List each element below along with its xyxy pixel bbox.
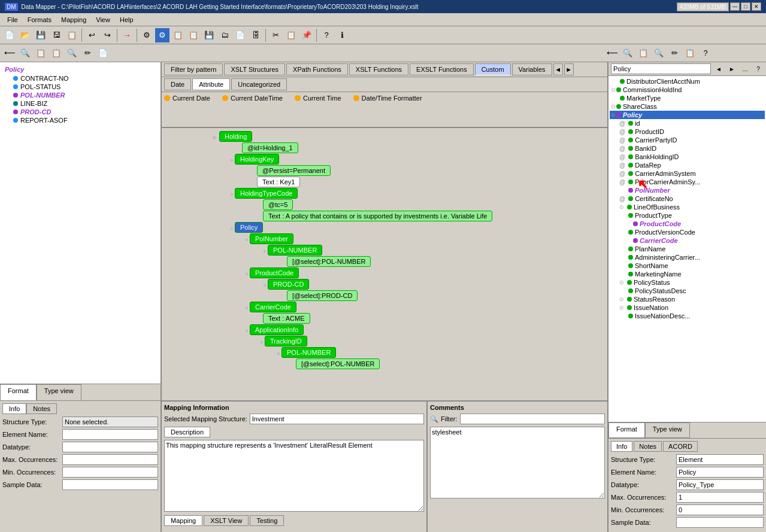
- right-field-structure-type[interactable]: [676, 454, 764, 465]
- right-tb-help[interactable]: ?: [698, 46, 713, 60]
- menu-file[interactable]: File: [2, 15, 23, 25]
- right-item-bankholdingid[interactable]: @ BankHoldingID: [610, 153, 765, 161]
- minimize-button[interactable]: —: [730, 2, 740, 11]
- close-button[interactable]: ✕: [752, 2, 761, 11]
- right-item-marketingname[interactable]: MarketingName: [610, 270, 765, 278]
- right-tab-typeview[interactable]: Type view: [645, 422, 690, 438]
- node-tc5[interactable]: @tc=5: [263, 199, 605, 210]
- toolbar-btn7[interactable]: 📄: [233, 28, 247, 42]
- toolbar-paste[interactable]: 📌: [299, 28, 314, 42]
- node-select-prod-cd[interactable]: [@select]:PROD-CD: [287, 290, 605, 301]
- left-info-tab-info[interactable]: Info: [2, 403, 26, 414]
- node-box-policy-desc[interactable]: Text : A policy that contains or is supp…: [263, 211, 492, 221]
- menu-help[interactable]: Help: [115, 15, 138, 25]
- right-filter-btn2[interactable]: ►: [726, 63, 737, 74]
- tab-xpath-functions[interactable]: XPath Functions: [286, 63, 348, 75]
- node-polnumber[interactable]: ⬦ PolNumber: [245, 233, 605, 244]
- right-filter-btn3[interactable]: …: [740, 63, 750, 74]
- tree-item-pol-status[interactable]: POL-STATUS: [12, 83, 158, 91]
- tab-variables[interactable]: Variables: [512, 63, 552, 75]
- right-item-carriercode-r[interactable]: CarrierCode: [610, 236, 765, 245]
- right-item-shareclass[interactable]: ⊙ ShareClass: [610, 102, 765, 111]
- right-item-id[interactable]: @ id: [610, 119, 765, 127]
- toolbar-btn6[interactable]: 🗂: [217, 28, 232, 42]
- node-holding[interactable]: ⬦ Holding: [212, 131, 605, 142]
- node-trackingid[interactable]: ⬦ TrackingID: [260, 336, 605, 346]
- func-item-current-date[interactable]: Current Date: [164, 95, 210, 102]
- sec-tb-btn7[interactable]: 📄: [96, 46, 110, 60]
- right-item-carrierpartyid[interactable]: @ CarrierPartyID: [610, 136, 765, 144]
- node-carriercode[interactable]: ⬦ CarrierCode: [245, 302, 605, 312]
- right-field-element-name[interactable]: [676, 467, 764, 478]
- func-item-datetime-formatter[interactable]: Date/Time Formatter: [353, 95, 422, 102]
- tab-xslt-structures[interactable]: XSLT Structures: [224, 63, 285, 75]
- tree-item-pol-number[interactable]: POL-NUMBER: [12, 91, 158, 99]
- right-tb-btn3[interactable]: 📋: [636, 46, 650, 60]
- toolbar-help[interactable]: ?: [319, 28, 334, 42]
- mapping-scroll-area[interactable]: ⬦ Holding @id=Holding_1 ⬦ HoldingKey @Pe…: [162, 128, 607, 400]
- right-item-productcode-r[interactable]: ProductCode: [610, 220, 765, 228]
- right-item-producttype[interactable]: ProductType: [610, 211, 765, 220]
- node-productcode[interactable]: ⬦ ProductCode: [245, 267, 605, 278]
- toolbar-info[interactable]: ℹ: [335, 28, 349, 42]
- maximize-button[interactable]: □: [741, 2, 750, 11]
- node-box-trackingid[interactable]: TrackingID: [265, 336, 307, 346]
- node-box-holdingtypecode[interactable]: HoldingTypeCode: [235, 188, 298, 199]
- field-element-name[interactable]: [62, 429, 158, 440]
- sec-tb-btn3[interactable]: 📋: [34, 46, 48, 60]
- mapping-tab-xslt[interactable]: XSLT View: [204, 515, 249, 526]
- right-tb-btn1[interactable]: ⟵: [605, 46, 619, 60]
- node-box-polnumber[interactable]: PolNumber: [250, 233, 293, 244]
- node-box-key1[interactable]: Text : Key1: [257, 177, 300, 187]
- menu-formats[interactable]: Formats: [23, 15, 56, 25]
- sec-tb-btn4[interactable]: 📋: [49, 46, 63, 60]
- sec-tb-btn6[interactable]: ✏: [80, 46, 95, 60]
- tab-format-left[interactable]: Format: [0, 384, 37, 400]
- field-max-occ[interactable]: [62, 454, 158, 465]
- node-applicationinfo[interactable]: ⬦ ApplicationInfo: [245, 324, 605, 335]
- right-tab-format[interactable]: Format: [608, 422, 645, 438]
- right-item-policystatusdesc[interactable]: PolicyStatusDesc: [610, 287, 765, 295]
- right-tb-btn6[interactable]: 📋: [683, 46, 697, 60]
- sub-tab-uncategorized[interactable]: Uncategorized: [231, 78, 287, 90]
- right-item-policystatus[interactable]: ⊙ PolicyStatus: [610, 278, 765, 287]
- mapping-tab-mapping[interactable]: Mapping: [164, 515, 202, 526]
- right-item-statusreason[interactable]: ⊙ StatusReason: [610, 295, 765, 303]
- node-persist[interactable]: @Persist=Permanent: [257, 165, 605, 176]
- right-info-tab-acord[interactable]: ACORD: [663, 441, 698, 452]
- mapping-description[interactable]: This mapping structure represents a 'Inv…: [164, 440, 424, 512]
- tree-root[interactable]: Policy: [2, 65, 158, 74]
- right-filter-btn1[interactable]: ◄: [713, 63, 724, 74]
- right-item-bankid[interactable]: @ BankID: [610, 144, 765, 153]
- right-item-planname[interactable]: PlanName: [610, 245, 765, 253]
- right-tb-btn4[interactable]: 🔍: [652, 46, 666, 60]
- right-item-policy[interactable]: ⊙ Policy: [610, 111, 765, 119]
- field-structure-type[interactable]: [62, 417, 158, 427]
- toolbar-btn1[interactable]: ⚙: [140, 28, 154, 42]
- sec-tb-btn5[interactable]: 🔍: [65, 46, 79, 60]
- right-item-certificateno[interactable]: @ CertificateNo: [610, 194, 765, 203]
- node-box-applicationinfo[interactable]: ApplicationInfo: [250, 324, 304, 335]
- node-box-select-pol-number-2[interactable]: [@select]:POL-NUMBER: [296, 358, 380, 369]
- tab-typeview-left[interactable]: Type view: [37, 384, 81, 400]
- right-item-distributor[interactable]: DistributorClientAcctNum: [610, 77, 765, 86]
- node-box-persist[interactable]: @Persist=Permanent: [257, 165, 331, 176]
- right-item-productversioncode[interactable]: ProductVersionCode: [610, 228, 765, 236]
- node-box-holding[interactable]: Holding: [219, 131, 252, 142]
- node-prod-cd[interactable]: ⬦ PROD-CD: [263, 279, 605, 290]
- node-box-select-pol-number[interactable]: [@select]:POL-NUMBER: [287, 256, 371, 267]
- right-field-sample-data[interactable]: [676, 517, 764, 528]
- node-box-id[interactable]: @id=Holding_1: [242, 142, 298, 153]
- toolbar-new[interactable]: 📄: [2, 28, 17, 42]
- right-item-priorcarrier[interactable]: @ PriorCarrierAdminSy...: [610, 178, 765, 186]
- node-box-pol-number-src[interactable]: POL-NUMBER: [268, 245, 322, 256]
- field-datatype[interactable]: [62, 442, 158, 452]
- node-at-id[interactable]: @id=Holding_1: [242, 142, 605, 153]
- node-box-select-prod-cd[interactable]: [@select]:PROD-CD: [287, 290, 358, 301]
- right-field-max-occ[interactable]: [676, 492, 764, 503]
- tab-xslt-functions[interactable]: XSLT Functions: [349, 63, 408, 75]
- toolbar-btn4[interactable]: 📋: [186, 28, 201, 42]
- tree-item-contract-no[interactable]: CONTRACT-NO: [12, 74, 158, 83]
- node-box-productcode[interactable]: ProductCode: [250, 267, 299, 278]
- node-pol-number-2[interactable]: ⬦ POL-NUMBER: [277, 347, 605, 358]
